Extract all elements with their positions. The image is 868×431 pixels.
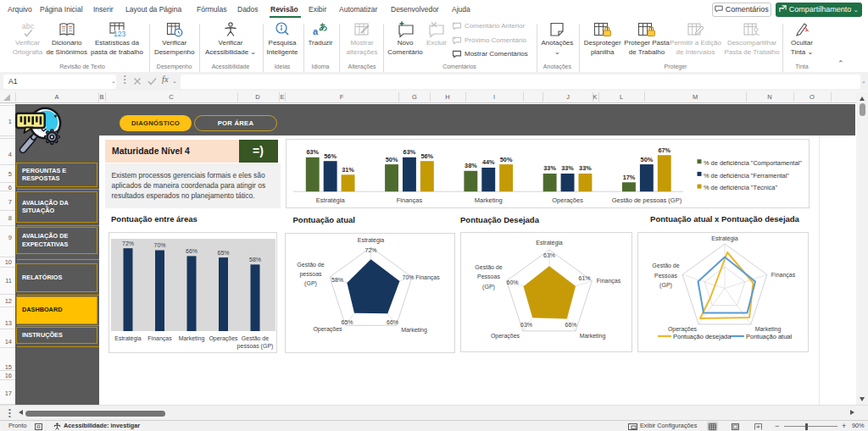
svg-text:63%: 63% <box>520 322 532 328</box>
svg-text:123: 123 <box>114 30 125 38</box>
svg-text:50%: 50% <box>500 156 513 163</box>
svg-text:44%: 44% <box>482 158 495 166</box>
svg-text:Finanças: Finanças <box>597 278 621 285</box>
svg-text:Gestão de: Gestão de <box>652 262 679 268</box>
svg-text:56%: 56% <box>420 152 433 160</box>
svg-text:pessoas: pessoas <box>299 271 322 278</box>
svg-text:31%: 31% <box>342 166 354 174</box>
svg-text:(GP): (GP) <box>482 284 495 290</box>
svg-text:56%: 56% <box>324 152 337 160</box>
svg-text:Operações: Operações <box>491 333 520 340</box>
svg-text:Operações: Operações <box>209 335 238 342</box>
svg-text:Estratégia: Estratégia <box>316 196 346 204</box>
svg-text:あ: あ <box>319 22 327 31</box>
svg-text:33%: 33% <box>543 164 556 172</box>
svg-text:a: a <box>313 26 319 36</box>
svg-text:17%: 17% <box>623 174 636 181</box>
svg-text:58%: 58% <box>331 277 342 283</box>
svg-text:Marketing: Marketing <box>179 335 205 342</box>
svg-text:61%: 61% <box>578 275 590 281</box>
svg-text:Gestão de: Gestão de <box>242 335 269 341</box>
svg-text:Gestão de: Gestão de <box>297 262 324 268</box>
svg-text:60%: 60% <box>506 279 518 285</box>
svg-text:Operações: Operações <box>552 196 583 204</box>
svg-text:72%: 72% <box>122 240 134 246</box>
svg-text:50%: 50% <box>641 156 654 163</box>
svg-text:abc: abc <box>21 22 34 30</box>
svg-text:Pessoas: Pessoas <box>654 272 677 278</box>
svg-text:% de deficiência "Comportament: % de deficiência "Comportamental" <box>704 159 802 167</box>
svg-text:38%: 38% <box>465 162 477 169</box>
svg-text:72%: 72% <box>364 247 376 253</box>
svg-text:Marketing: Marketing <box>580 333 606 340</box>
svg-text:Estratégia: Estratégia <box>711 235 738 241</box>
svg-text:63%: 63% <box>306 148 319 156</box>
svg-text:Marketing: Marketing <box>475 196 503 204</box>
svg-text:pessoas (GP): pessoas (GP) <box>237 343 274 350</box>
svg-text:66%: 66% <box>186 248 198 254</box>
svg-text:Finanças: Finanças <box>771 271 796 278</box>
svg-text:63%: 63% <box>543 252 555 258</box>
svg-text:66%: 66% <box>386 319 398 325</box>
svg-text:% de deficiência "Ferramental": % de deficiência "Ferramental" <box>704 172 789 180</box>
svg-text:70%: 70% <box>153 242 165 248</box>
svg-text:65%: 65% <box>341 319 353 325</box>
svg-text:Finanças: Finanças <box>397 196 423 204</box>
svg-text:58%: 58% <box>249 257 261 262</box>
svg-text:50%: 50% <box>386 156 398 163</box>
svg-text:Pontuação atual: Pontuação atual <box>746 332 793 340</box>
svg-text:Gestão de pessoas (GP): Gestão de pessoas (GP) <box>612 196 682 204</box>
svg-text:Pessoas: Pessoas <box>477 274 500 279</box>
svg-text:(GP): (GP) <box>659 282 672 289</box>
svg-text:Marketing: Marketing <box>401 327 427 334</box>
svg-text:% de deficiência "Técnica": % de deficiência "Técnica" <box>704 184 777 191</box>
svg-text:65%: 65% <box>217 250 229 256</box>
svg-text:33%: 33% <box>561 164 574 172</box>
svg-text:Finanças: Finanças <box>415 274 440 281</box>
svg-text:63%: 63% <box>403 148 416 156</box>
svg-text:(GP): (GP) <box>304 280 317 287</box>
svg-text:Estratégia: Estratégia <box>357 237 384 244</box>
svg-text:33%: 33% <box>579 164 592 172</box>
svg-text:Operações: Operações <box>313 326 342 333</box>
svg-text:Gestão de: Gestão de <box>475 264 502 270</box>
svg-text:Estratégia: Estratégia <box>114 335 142 342</box>
svg-text:Estratégia: Estratégia <box>536 240 563 246</box>
svg-text:67%: 67% <box>658 146 670 154</box>
svg-text:Pontuação desejada: Pontuação desejada <box>673 332 732 340</box>
svg-text:66%: 66% <box>565 322 576 328</box>
svg-text:70%: 70% <box>402 274 414 280</box>
svg-text:Finanças: Finanças <box>147 335 172 342</box>
